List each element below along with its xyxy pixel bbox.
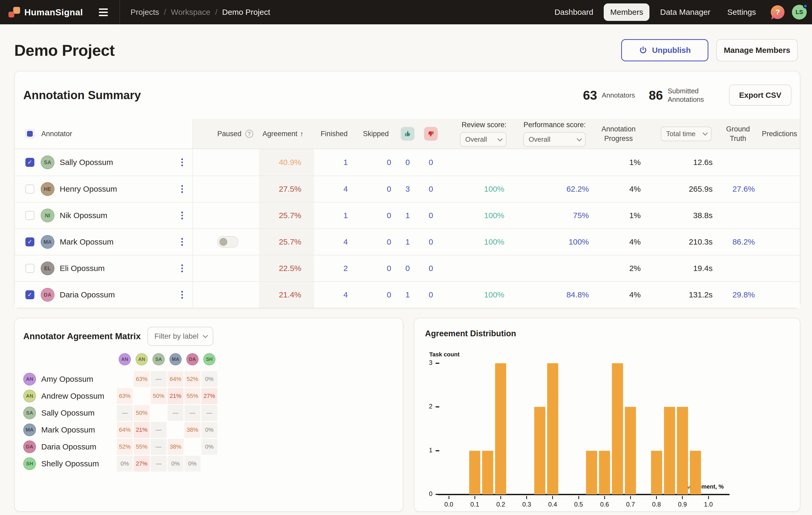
manage-members-button[interactable]: Manage Members [716, 39, 798, 61]
matrix-cell: 50% [134, 405, 150, 421]
x-tick-label: 0.7 [620, 501, 641, 508]
histogram-bar [547, 363, 558, 494]
total-time-value: 12.6s [693, 158, 713, 167]
histogram-bar [599, 451, 610, 494]
rejected-value: 0 [429, 290, 433, 299]
nav-link-dashboard[interactable]: Dashboard [548, 3, 600, 21]
matrix-cell: 64% [168, 371, 183, 387]
matrix-cell: 55% [134, 439, 150, 455]
table-header: Annotator Paused ? Agreement ↑ Finished … [15, 119, 800, 149]
performance-score-select[interactable]: Overall [523, 132, 586, 147]
kebab-menu-icon[interactable] [179, 156, 185, 168]
agreement-value: 25.7% [279, 211, 301, 220]
matrix-row: DADaria Opossum52%55%—38%0% [23, 439, 403, 455]
kebab-menu-icon[interactable] [179, 289, 185, 301]
histogram-bar [651, 451, 662, 494]
annotator-name: Sally Opossum [60, 158, 113, 167]
matrix-cell: 63% [134, 371, 150, 387]
submitted-label: Submitted Annotations [668, 87, 713, 104]
nav-link-settings[interactable]: Settings [721, 3, 762, 21]
matrix-cell: — [151, 422, 167, 438]
matrix-cell: — [151, 456, 167, 471]
filter-by-label-select[interactable]: Filter by label [147, 327, 213, 346]
help-icon[interactable]: ? [771, 5, 784, 19]
kebab-menu-icon[interactable] [179, 262, 185, 274]
avatar: AN [23, 373, 36, 385]
row-checkbox[interactable]: ✓ [25, 237, 34, 247]
column-performance-score: Performance score: Overall [508, 121, 592, 147]
humansignal-logo-icon [8, 6, 20, 18]
x-tick [656, 496, 657, 499]
annotator-name: Eli Opossum [60, 264, 105, 273]
total-time-select[interactable]: Total time [661, 126, 712, 141]
row-checkbox[interactable] [25, 264, 34, 273]
review-score-value: 100% [484, 237, 504, 247]
user-avatar[interactable]: LS [792, 5, 807, 20]
agreement-value: 40.9% [279, 158, 301, 167]
row-checkbox[interactable] [25, 184, 34, 194]
total-time-value: 19.4s [693, 264, 713, 273]
avatar: NI [41, 208, 54, 222]
y-tick [436, 450, 439, 451]
y-tick-label: 1 [419, 447, 432, 454]
accepted-value: 1 [405, 290, 410, 299]
matrix-column-avatars: ANANSAMADASH [117, 353, 403, 365]
kebab-menu-icon[interactable] [179, 236, 185, 248]
breadcrumb-projects[interactable]: Projects [130, 8, 159, 17]
table-row: ✓ MA Mark Opossum 25.7% 4 0 1 0 100% 100… [15, 228, 800, 255]
avatar: HE [41, 182, 54, 196]
agreement-value: 22.5% [279, 264, 301, 273]
histogram-bar [612, 363, 623, 494]
hamburger-menu-icon[interactable] [97, 6, 110, 18]
top-navbar: HumanSignal Projects / Workspace / Demo … [0, 0, 812, 24]
submitted-stat: 86 Submitted Annotations [649, 87, 713, 104]
breadcrumb-workspace[interactable]: Workspace [171, 8, 210, 17]
avatar: AN [119, 353, 131, 365]
matrix-cell: 27% [134, 456, 150, 471]
nav-link-members[interactable]: Members [604, 3, 649, 21]
row-checkbox[interactable]: ✓ [25, 290, 34, 299]
histogram-bar [664, 407, 675, 494]
brand-logo[interactable]: HumanSignal [8, 6, 83, 18]
histogram-bar [469, 451, 480, 494]
column-finished: Finished [314, 130, 354, 138]
matrix-cell: 55% [184, 388, 200, 404]
review-score-select[interactable]: Overall [460, 132, 506, 147]
skipped-value: 0 [387, 211, 391, 220]
performance-score-value: 62.2% [567, 184, 589, 194]
kebab-menu-icon[interactable] [179, 209, 185, 221]
paused-toggle[interactable] [217, 236, 238, 248]
histogram-bar [495, 363, 506, 494]
finished-value: 1 [343, 211, 348, 220]
agreement-matrix-card: Annotator Agreement Matrix Filter by lab… [14, 318, 403, 512]
x-tick [448, 496, 450, 499]
row-checkbox[interactable]: ✓ [25, 158, 34, 167]
column-review-score: Review score: Overall [444, 121, 508, 147]
x-tick [682, 496, 683, 499]
x-tick [708, 496, 709, 499]
matrix-cell [151, 405, 167, 421]
accepted-value: 0 [405, 264, 410, 273]
paused-help-icon[interactable]: ? [245, 130, 253, 138]
finished-value: 1 [343, 158, 348, 167]
accepted-value: 1 [405, 237, 410, 247]
export-csv-button[interactable]: Export CSV [729, 85, 791, 106]
avatar: MA [169, 353, 182, 365]
matrix-annotator-name: Andrew Opossum [41, 392, 117, 401]
matrix-cell: — [168, 405, 183, 421]
column-agreement[interactable]: Agreement ↑ [259, 130, 314, 138]
x-tick-label: 0.6 [594, 501, 615, 508]
row-checkbox[interactable] [25, 211, 34, 220]
thumbs-down-icon [424, 127, 438, 141]
kebab-menu-icon[interactable] [179, 183, 185, 195]
matrix-column-avatar: AN [134, 353, 150, 365]
nav-link-data-manager[interactable]: Data Manager [654, 3, 717, 21]
annotation-progress-value: 1% [629, 211, 641, 220]
annotator-name: Henry Opossum [60, 184, 117, 194]
notification-dot [803, 4, 808, 8]
select-all-checkbox[interactable] [25, 129, 34, 138]
matrix-cell [184, 439, 200, 455]
matrix-cell: — [117, 405, 133, 421]
unpublish-button[interactable]: Unpublish [621, 39, 708, 61]
avatar: AN [136, 353, 148, 365]
